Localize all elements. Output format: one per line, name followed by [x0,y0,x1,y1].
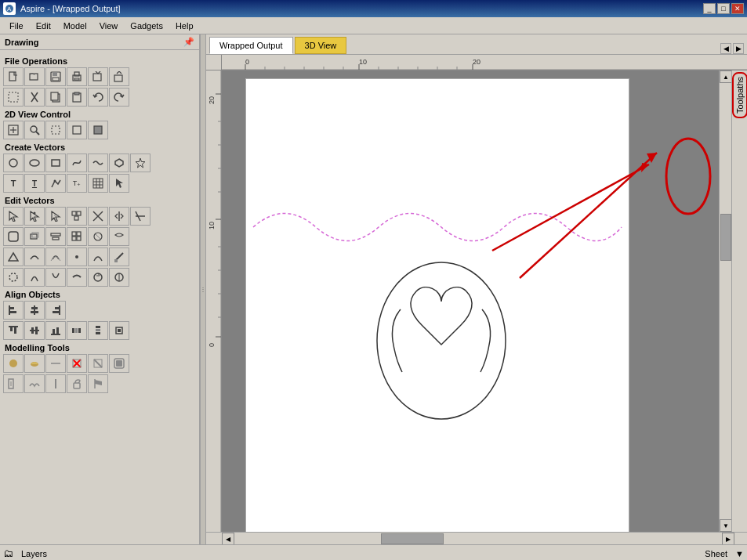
toolpaths-label[interactable]: Toolpaths [732,72,748,118]
distribute-h-button[interactable] [67,321,87,340]
dotted-circle-tool[interactable] [3,268,24,287]
flag-tool[interactable] [88,374,108,393]
pan-button[interactable] [88,121,108,139]
offset-tool[interactable] [45,247,66,266]
cut-button[interactable] [24,88,45,107]
select-tool[interactable] [3,207,24,226]
unwrap-tool[interactable] [109,227,129,246]
maximize-button[interactable]: □ [717,3,730,14]
zoom-extents-button[interactable] [3,121,24,139]
menu-help[interactable]: Help [169,20,200,32]
tab-wrapped-output[interactable]: Wrapped Output [209,37,293,54]
select-all-button[interactable] [3,88,24,107]
align-center-v-button[interactable] [24,301,45,320]
undo-button[interactable] [88,88,108,107]
sheet-tab[interactable]: Sheet [697,547,735,560]
pattern-tool[interactable] [67,227,87,246]
wave2-tool[interactable] [24,374,45,393]
export-button[interactable] [109,67,129,86]
align-top-button[interactable] [3,321,24,340]
zoom-button[interactable] [24,121,45,139]
weld-tool[interactable] [3,247,24,266]
relief-tool[interactable] [3,374,24,393]
scroll-v-thumb[interactable] [720,214,731,261]
tab-3d-view[interactable]: 3D View [295,37,347,54]
3d-roughing-button[interactable] [3,354,24,373]
combine-tool[interactable] [45,374,66,393]
align-right-button[interactable] [45,301,66,320]
arc2-tool[interactable] [45,268,66,287]
menu-view[interactable]: View [93,20,125,32]
import-button[interactable] [88,67,108,86]
node-select-tool[interactable] [24,207,45,226]
panel-pin-icon[interactable]: 📌 [183,37,194,47]
scroll-h-thumb[interactable] [381,533,444,544]
menu-file[interactable]: File [3,20,30,32]
horizontal-scrollbar[interactable]: ◀ ▶ [206,532,747,544]
rectangle-tool[interactable] [45,154,66,172]
smooth-surface-button[interactable] [88,354,108,373]
smooth-tool[interactable] [24,247,45,266]
split-tool[interactable] [88,207,108,226]
align2-tool[interactable] [45,227,66,246]
point-tool[interactable] [67,247,87,266]
menu-edit[interactable]: Edit [30,20,57,32]
redo-button[interactable] [109,88,129,107]
layers-tab[interactable]: Layers [13,547,55,560]
scroll-up-button[interactable]: ▲ [720,70,732,83]
menu-gadgets[interactable]: Gadgets [124,20,169,32]
text-arc-tool[interactable]: T [24,174,45,193]
lock-button[interactable] [67,374,87,393]
align-center-h-button[interactable] [24,321,45,340]
group-select-tool[interactable] [67,207,87,226]
open-button[interactable] [24,67,45,86]
menu-model[interactable]: Model [57,20,93,32]
copy-button[interactable] [45,88,66,107]
zoom-window-button[interactable] [45,121,66,139]
reverse-tool[interactable] [88,268,108,287]
cursor-tool[interactable] [109,174,129,193]
align-left-button[interactable] [3,301,24,320]
arc3-tool[interactable] [67,268,87,287]
tab-scroll-right[interactable]: ▶ [733,43,744,54]
trim-tool[interactable] [130,207,150,226]
mirror-tool[interactable] [109,207,129,226]
wave-tool[interactable] [88,154,108,172]
table-tool[interactable] [88,174,108,193]
text-tool[interactable]: T [3,174,24,193]
scroll-v-track[interactable] [720,83,731,519]
star-tool[interactable] [130,154,150,172]
scale-tool[interactable] [24,227,45,246]
distribute-v-button[interactable] [88,321,108,340]
3d-finishing-button[interactable] [24,354,45,373]
vertical-scrollbar[interactable]: ▲ ▼ [719,70,731,532]
arc-tool[interactable] [24,268,45,287]
minimize-button[interactable]: _ [703,3,716,14]
save-button[interactable] [45,67,66,86]
scroll-h-track[interactable] [234,533,722,544]
text-on-curve[interactable]: T₊ [67,174,87,193]
print-button[interactable] [67,67,87,86]
knife-tool[interactable] [45,207,66,226]
delete-surface-button[interactable] [67,354,87,373]
scroll-down-button[interactable]: ▼ [720,519,732,532]
scroll-left-button[interactable]: ◀ [222,533,234,544]
sculpt-button[interactable] [109,354,129,373]
close-button[interactable]: ✕ [731,3,744,14]
round-corner-tool[interactable] [3,227,24,246]
circle-tool[interactable] [3,154,24,172]
polygon-tool[interactable] [109,154,129,172]
draw-tool[interactable] [109,247,129,266]
join-tool[interactable] [109,268,129,287]
ellipse-tool[interactable] [24,154,45,172]
texture-button[interactable] [45,354,66,373]
spline-tool[interactable] [67,154,87,172]
scroll-right-button[interactable]: ▶ [722,533,734,544]
zoom-select-button[interactable] [67,121,87,139]
paste-button[interactable] [67,88,87,107]
new-button[interactable] [3,67,24,86]
node-edit-tool[interactable] [45,174,66,193]
align-bottom-button[interactable] [45,321,66,340]
curve-tool[interactable] [88,247,108,266]
fillet-tool[interactable] [88,227,108,246]
